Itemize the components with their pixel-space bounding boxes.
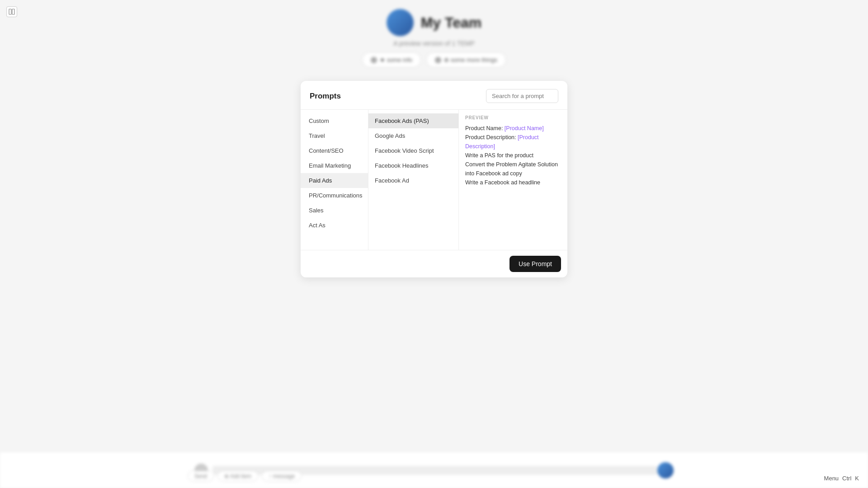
- menu-label: Menu: [824, 475, 839, 482]
- team-avatar: [387, 9, 414, 36]
- preview-line-4: Convert the Problem Agitate Solution int…: [465, 160, 561, 178]
- prompts-body: Custom Travel Content/SEO Email Marketin…: [301, 110, 567, 250]
- preview-line-1: Product Name: [Product Name]: [465, 124, 561, 133]
- use-prompt-button[interactable]: Use Prompt: [509, 256, 561, 272]
- bottom-tabs: Send ⊕ Add item ↑ message: [188, 471, 302, 482]
- preview-text: Product Name: [Product Name] Product Des…: [465, 124, 561, 187]
- k-label: K: [855, 475, 859, 482]
- bottom-right-avatar: [657, 462, 674, 479]
- preview-line-2-text: Product Description:: [465, 134, 518, 141]
- team-name: My Team: [421, 14, 482, 31]
- header-btn-2-label: ⊕ some more things: [444, 56, 497, 63]
- prompts-title: Prompts: [310, 92, 341, 101]
- bottom-tab-send: Send: [188, 471, 214, 482]
- sidebar-toggle-button[interactable]: [6, 6, 17, 17]
- bottom-tab-add-item: ⊕ Add item: [217, 471, 258, 482]
- prompt-item-google-ads[interactable]: Google Ads: [368, 128, 458, 143]
- prompts-list-column: Facebook Ads (PAS) Google Ads Facebook V…: [368, 110, 459, 250]
- svg-rect-1: [12, 9, 14, 14]
- preview-label: PREVIEW: [465, 115, 561, 120]
- team-header-section: My Team A preview version of 1 TEMP ★ so…: [362, 9, 506, 67]
- bottom-tab-message: ↑ message: [262, 471, 302, 482]
- prompt-item-facebook-ad[interactable]: Facebook Ad: [368, 173, 458, 188]
- category-item-paid-ads[interactable]: Paid Ads: [301, 173, 368, 188]
- category-item-pr-communications[interactable]: PR/Communications: [301, 188, 368, 203]
- preview-line-2: Product Description: [Product Descriptio…: [465, 133, 561, 151]
- ctrl-label: Ctrl: [842, 475, 851, 482]
- search-input[interactable]: [486, 89, 558, 103]
- categories-column: Custom Travel Content/SEO Email Marketin…: [301, 110, 368, 250]
- header-btn-1-icon: [371, 57, 377, 63]
- category-item-travel[interactable]: Travel: [301, 128, 368, 143]
- category-item-sales[interactable]: Sales: [301, 203, 368, 218]
- header-button-1[interactable]: ★ some info: [362, 52, 421, 67]
- prompt-item-facebook-ads-pas[interactable]: Facebook Ads (PAS): [368, 113, 458, 128]
- preview-line-1-highlight: [Product Name]: [505, 125, 544, 131]
- team-subtitle: A preview version of 1 TEMP: [393, 40, 474, 47]
- prompts-header: Prompts: [301, 81, 567, 110]
- category-item-email-marketing[interactable]: Email Marketing: [301, 158, 368, 173]
- preview-column: PREVIEW Product Name: [Product Name] Pro…: [459, 110, 567, 250]
- prompts-footer: Use Prompt: [301, 250, 567, 277]
- preview-line-3: Write a PAS for the product: [465, 151, 561, 160]
- prompts-panel: Prompts Custom Travel Content/SEO Email …: [301, 81, 567, 277]
- header-btn-1-label: ★ some info: [380, 56, 412, 63]
- prompt-item-facebook-video-script[interactable]: Facebook Video Script: [368, 143, 458, 158]
- header-button-2[interactable]: ⊕ some more things: [426, 52, 506, 67]
- preview-line-5: Write a Facebook ad headline: [465, 178, 561, 187]
- bottom-right-corner: Menu Ctrl K: [824, 475, 859, 482]
- header-btn-2-icon: [435, 57, 441, 63]
- preview-line-1-text: Product Name:: [465, 125, 505, 131]
- prompt-item-facebook-headlines[interactable]: Facebook Headlines: [368, 158, 458, 173]
- category-item-custom[interactable]: Custom: [301, 113, 368, 128]
- category-item-content-seo[interactable]: Content/SEO: [301, 143, 368, 158]
- bottom-section: [0, 452, 868, 488]
- category-item-act-as[interactable]: Act As: [301, 218, 368, 233]
- search-input-wrapper: [486, 89, 558, 103]
- svg-rect-0: [9, 9, 11, 14]
